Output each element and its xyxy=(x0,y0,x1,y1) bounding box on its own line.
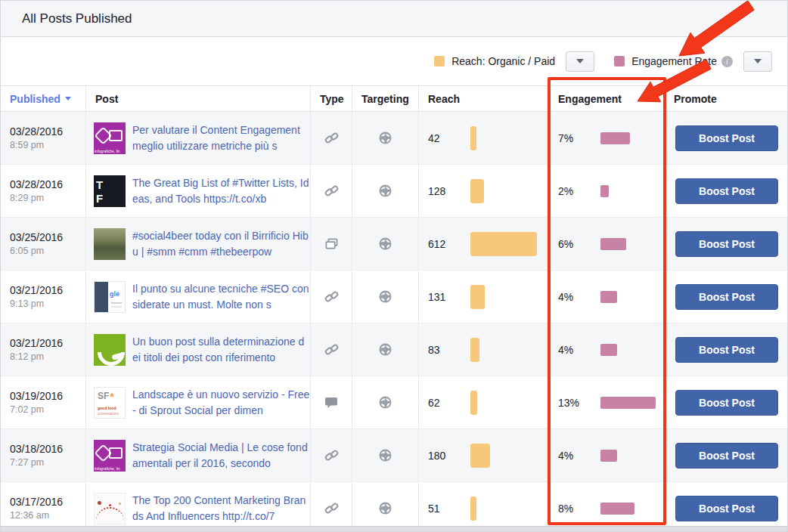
column-header-engagement: Engagement xyxy=(549,86,665,111)
promote-cell: Boost Post xyxy=(665,429,788,481)
post-thumbnail[interactable] xyxy=(94,228,126,260)
type-cell xyxy=(311,323,352,376)
column-header-post: Post xyxy=(86,86,311,111)
type-cell xyxy=(311,429,352,481)
post-link[interactable]: Per valutare il Content Engagement megli… xyxy=(132,122,310,154)
engagement-value: 7% xyxy=(558,132,600,144)
legend-bar: Reach: Organic / Paid Engagement Rate i xyxy=(1,37,787,85)
post-thumbnail[interactable]: SF good food conversations xyxy=(94,387,126,419)
engagement-cell: 4% xyxy=(549,271,665,323)
post-link[interactable]: Strategia Social Media | Le cose fondame… xyxy=(132,440,310,472)
engagement-metric-dropdown-button[interactable] xyxy=(743,51,772,72)
targeting-cell xyxy=(352,165,419,217)
engagement-cell: 2% xyxy=(549,165,665,217)
post-cell: T F The Great Big List of #Twitter Lists… xyxy=(86,165,311,217)
post-link[interactable]: #social4beer today con il Birrificio Hib… xyxy=(132,228,310,260)
post-link[interactable]: The Great Big List of #Twitter Lists, Id… xyxy=(132,175,310,207)
table-row[interactable]: 03/17/2016 12:36 am The Top 200 Content … xyxy=(1,482,787,532)
reach-bar xyxy=(470,496,476,521)
post-cell: infografiche, lin Strategia Social Media… xyxy=(86,429,311,481)
boost-post-button[interactable]: Boost Post xyxy=(675,231,778,257)
thumbnail-text: infografiche, lin xyxy=(95,466,125,471)
thumbnail-text: gle xyxy=(110,290,119,298)
published-time: 6:05 pm xyxy=(10,246,44,256)
boost-post-button[interactable]: Boost Post xyxy=(675,337,778,363)
published-time: 8:12 pm xyxy=(10,351,44,362)
reach-bar xyxy=(470,391,477,415)
table-row[interactable]: 03/18/2016 7:27 pm infografiche, lin Str… xyxy=(1,429,787,482)
column-header-type: Type xyxy=(311,86,352,111)
published-time: 7:27 pm xyxy=(10,457,44,468)
post-thumbnail[interactable] xyxy=(94,493,126,524)
engagement-bar xyxy=(600,503,634,515)
reach-metric-dropdown-button[interactable] xyxy=(566,51,594,72)
table-row[interactable]: 03/21/2016 8:12 pm Un buon post sulla de… xyxy=(1,323,787,376)
reach-value: 612 xyxy=(428,238,470,250)
table-row[interactable]: 03/25/2016 6:05 pm #social4beer today co… xyxy=(1,218,787,271)
reach-value: 131 xyxy=(428,291,470,303)
table-row[interactable]: 03/19/2016 7:02 pm SF good food conversa… xyxy=(1,376,787,429)
type-cell xyxy=(311,376,352,428)
globe-icon xyxy=(379,396,392,409)
published-date: 03/21/2016 xyxy=(10,284,63,296)
published-time: 8:29 pm xyxy=(10,193,44,203)
post-cell: The Top 200 Content Marketing Brands And… xyxy=(86,482,311,532)
reach-swatch xyxy=(434,56,445,66)
post-cell: gle Il punto su alcune tecniche #SEO con… xyxy=(86,271,311,323)
reach-cell: 612 xyxy=(419,218,549,270)
boost-post-button[interactable]: Boost Post xyxy=(675,443,778,469)
table-row[interactable]: 03/28/2016 8:59 pm infografiche, lin Per… xyxy=(1,112,787,165)
reach-bar xyxy=(470,285,485,309)
info-icon[interactable]: i xyxy=(721,56,733,67)
engagement-legend-label: Engagement Rate xyxy=(631,55,717,67)
table-header: Published Post Type Targeting Reach Enga… xyxy=(1,85,787,112)
boost-post-button[interactable]: Boost Post xyxy=(675,390,778,416)
boost-post-button[interactable]: Boost Post xyxy=(675,125,778,151)
post-thumbnail[interactable]: infografiche, lin xyxy=(94,440,126,472)
reach-cell: 42 xyxy=(419,112,549,164)
table-row[interactable]: 03/21/2016 9:13 pm gle Il punto su alcun… xyxy=(1,271,787,323)
boost-post-button[interactable]: Boost Post xyxy=(675,284,778,310)
reach-cell: 83 xyxy=(419,323,549,376)
globe-icon xyxy=(379,184,392,197)
thumbnail-text: SF xyxy=(98,391,114,403)
engagement-value: 2% xyxy=(558,185,600,197)
post-link[interactable]: The Top 200 Content Marketing Brands And… xyxy=(132,493,310,524)
table-row[interactable]: 03/28/2016 8:29 pm T F The Great Big Lis… xyxy=(1,165,787,218)
thumbnail-text: conversations xyxy=(98,412,119,416)
reach-value: 42 xyxy=(428,132,470,144)
engagement-bar xyxy=(600,185,609,197)
post-link[interactable]: Un buon post sulla determinazione dei ti… xyxy=(132,334,310,366)
status-type-icon xyxy=(324,396,338,409)
column-header-published[interactable]: Published xyxy=(1,86,86,111)
targeting-cell xyxy=(352,482,419,532)
column-header-reach: Reach xyxy=(419,86,549,111)
reach-value: 51 xyxy=(428,503,470,515)
post-thumbnail[interactable]: gle xyxy=(94,281,126,313)
table-body: 03/28/2016 8:59 pm infografiche, lin Per… xyxy=(1,112,787,532)
engagement-cell: 7% xyxy=(549,112,665,164)
post-link[interactable]: Il punto su alcune tecniche #SEO conside… xyxy=(132,281,310,313)
link-type-icon xyxy=(324,289,339,304)
published-cell: 03/28/2016 8:29 pm xyxy=(1,165,86,217)
thumbnail-text: infografiche, lin xyxy=(95,149,125,153)
engagement-value: 8% xyxy=(558,503,600,515)
post-cell: SF good food conversations Landscape è u… xyxy=(86,376,311,428)
engagement-cell: 8% xyxy=(549,482,665,532)
boost-post-button[interactable]: Boost Post xyxy=(675,178,778,204)
post-thumbnail[interactable] xyxy=(94,334,126,366)
thumbnail-text: good food xyxy=(98,406,116,410)
post-cell: Un buon post sulla determinazione dei ti… xyxy=(86,323,311,376)
post-link[interactable]: Landscape è un nuovo servizio - Free - d… xyxy=(132,387,310,419)
reach-value: 62 xyxy=(428,397,470,409)
sort-descending-icon xyxy=(65,97,71,101)
photo-type-icon xyxy=(324,237,339,250)
published-time: 12:36 am xyxy=(10,510,49,521)
engagement-cell: 13% xyxy=(549,376,665,428)
post-thumbnail[interactable]: T F xyxy=(94,175,126,207)
post-thumbnail[interactable]: infografiche, lin xyxy=(94,122,126,154)
type-cell xyxy=(311,482,352,532)
boost-post-button[interactable]: Boost Post xyxy=(675,496,778,521)
published-time: 7:02 pm xyxy=(10,404,44,415)
link-type-icon xyxy=(324,501,339,515)
